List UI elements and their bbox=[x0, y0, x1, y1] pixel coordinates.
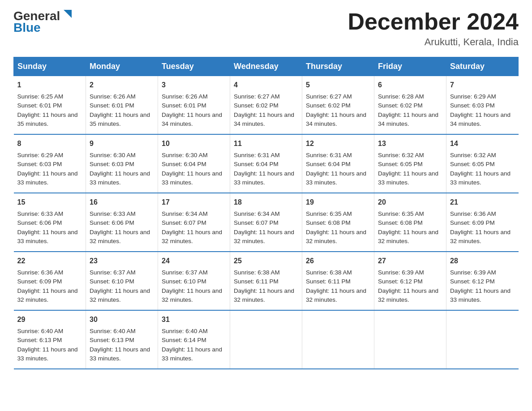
sunrise-text: Sunrise: 6:35 AM bbox=[306, 210, 352, 217]
sunset-text: Sunset: 6:01 PM bbox=[90, 102, 134, 109]
sunrise-text: Sunrise: 6:26 AM bbox=[162, 93, 208, 100]
sunrise-text: Sunrise: 6:39 AM bbox=[450, 269, 496, 276]
calendar-cell: 12Sunrise: 6:31 AMSunset: 6:04 PMDayligh… bbox=[302, 134, 374, 193]
day-number: 25 bbox=[234, 256, 298, 266]
calendar-cell: 29Sunrise: 6:40 AMSunset: 6:13 PMDayligh… bbox=[14, 310, 86, 369]
calendar-cell: 19Sunrise: 6:35 AMSunset: 6:08 PMDayligh… bbox=[302, 193, 374, 252]
sunset-text: Sunset: 6:03 PM bbox=[90, 161, 134, 167]
daylight-text: Daylight: 11 hours and 32 minutes. bbox=[234, 287, 294, 303]
daylight-text: Daylight: 11 hours and 33 minutes. bbox=[450, 170, 511, 186]
col-wednesday: Wednesday bbox=[230, 57, 302, 76]
calendar-cell: 6Sunrise: 6:28 AMSunset: 6:02 PMDaylight… bbox=[374, 76, 446, 135]
calendar-cell: 10Sunrise: 6:30 AMSunset: 6:04 PMDayligh… bbox=[158, 134, 230, 193]
subtitle: Arukutti, Kerala, India bbox=[348, 36, 519, 48]
daylight-text: Daylight: 11 hours and 32 minutes. bbox=[90, 229, 150, 244]
sunset-text: Sunset: 6:14 PM bbox=[162, 337, 206, 343]
day-number: 20 bbox=[378, 197, 442, 208]
sunset-text: Sunset: 6:10 PM bbox=[162, 278, 206, 285]
sunset-text: Sunset: 6:02 PM bbox=[306, 102, 351, 109]
sunset-text: Sunset: 6:01 PM bbox=[162, 102, 206, 109]
sunset-text: Sunset: 6:12 PM bbox=[378, 278, 423, 285]
sunrise-text: Sunrise: 6:35 AM bbox=[378, 210, 424, 217]
daylight-text: Daylight: 11 hours and 35 minutes. bbox=[17, 111, 78, 127]
day-number: 7 bbox=[450, 80, 515, 90]
calendar-cell bbox=[374, 310, 446, 369]
sunset-text: Sunset: 6:05 PM bbox=[450, 161, 495, 167]
sunrise-text: Sunrise: 6:40 AM bbox=[17, 328, 64, 334]
page-header: General Blue December 2024 Arukutti, Ker… bbox=[13, 9, 519, 48]
day-number: 9 bbox=[90, 138, 154, 149]
sunset-text: Sunset: 6:06 PM bbox=[90, 219, 134, 226]
calendar-cell: 5Sunrise: 6:27 AMSunset: 6:02 PMDaylight… bbox=[302, 76, 374, 135]
sunrise-text: Sunrise: 6:40 AM bbox=[162, 328, 208, 334]
daylight-text: Daylight: 11 hours and 32 minutes. bbox=[162, 229, 222, 244]
sunrise-text: Sunrise: 6:30 AM bbox=[90, 152, 136, 158]
col-tuesday: Tuesday bbox=[158, 57, 230, 76]
day-number: 15 bbox=[17, 197, 82, 208]
daylight-text: Daylight: 11 hours and 32 minutes. bbox=[17, 287, 78, 303]
col-saturday: Saturday bbox=[446, 57, 519, 76]
day-number: 1 bbox=[17, 80, 82, 90]
sunrise-text: Sunrise: 6:32 AM bbox=[450, 152, 496, 158]
sunset-text: Sunset: 6:07 PM bbox=[162, 219, 206, 226]
daylight-text: Daylight: 11 hours and 35 minutes. bbox=[90, 111, 150, 127]
daylight-text: Daylight: 11 hours and 33 minutes. bbox=[234, 170, 294, 186]
day-number: 8 bbox=[17, 138, 82, 149]
sunset-text: Sunset: 6:01 PM bbox=[17, 102, 62, 109]
sunset-text: Sunset: 6:04 PM bbox=[306, 161, 351, 167]
calendar-week-row: 15Sunrise: 6:33 AMSunset: 6:06 PMDayligh… bbox=[14, 193, 519, 252]
sunset-text: Sunset: 6:06 PM bbox=[17, 219, 62, 226]
col-thursday: Thursday bbox=[302, 57, 374, 76]
sunrise-text: Sunrise: 6:27 AM bbox=[234, 93, 280, 100]
daylight-text: Daylight: 11 hours and 33 minutes. bbox=[90, 346, 150, 362]
sunrise-text: Sunrise: 6:32 AM bbox=[378, 152, 424, 158]
daylight-text: Daylight: 11 hours and 32 minutes. bbox=[90, 287, 150, 303]
calendar-cell: 1Sunrise: 6:25 AMSunset: 6:01 PMDaylight… bbox=[14, 76, 86, 135]
sunset-text: Sunset: 6:04 PM bbox=[162, 161, 206, 167]
calendar-cell: 26Sunrise: 6:38 AMSunset: 6:11 PMDayligh… bbox=[302, 252, 374, 310]
day-number: 12 bbox=[306, 138, 370, 149]
sunrise-text: Sunrise: 6:31 AM bbox=[306, 152, 352, 158]
sunrise-text: Sunrise: 6:36 AM bbox=[17, 269, 64, 276]
calendar-cell: 22Sunrise: 6:36 AMSunset: 6:09 PMDayligh… bbox=[14, 252, 86, 310]
daylight-text: Daylight: 11 hours and 32 minutes. bbox=[234, 229, 294, 244]
daylight-text: Daylight: 11 hours and 32 minutes. bbox=[378, 287, 438, 303]
day-number: 17 bbox=[162, 197, 226, 208]
calendar-cell: 31Sunrise: 6:40 AMSunset: 6:14 PMDayligh… bbox=[158, 310, 230, 369]
day-number: 23 bbox=[90, 256, 154, 266]
sunset-text: Sunset: 6:08 PM bbox=[306, 219, 351, 226]
logo-blue: Blue bbox=[13, 21, 41, 35]
header-row: Sunday Monday Tuesday Wednesday Thursday… bbox=[14, 57, 519, 76]
sunrise-text: Sunrise: 6:28 AM bbox=[378, 93, 424, 100]
day-number: 21 bbox=[450, 197, 515, 208]
daylight-text: Daylight: 11 hours and 34 minutes. bbox=[234, 111, 294, 127]
calendar-cell bbox=[302, 310, 374, 369]
calendar-week-row: 1Sunrise: 6:25 AMSunset: 6:01 PMDaylight… bbox=[14, 76, 519, 135]
sunset-text: Sunset: 6:12 PM bbox=[450, 278, 495, 285]
day-number: 16 bbox=[90, 197, 154, 208]
daylight-text: Daylight: 11 hours and 33 minutes. bbox=[162, 346, 222, 362]
main-title: December 2024 bbox=[348, 9, 519, 34]
sunset-text: Sunset: 6:04 PM bbox=[234, 161, 279, 167]
calendar-cell: 24Sunrise: 6:37 AMSunset: 6:10 PMDayligh… bbox=[158, 252, 230, 310]
col-monday: Monday bbox=[86, 57, 158, 76]
day-number: 11 bbox=[234, 138, 298, 149]
col-sunday: Sunday bbox=[14, 57, 86, 76]
daylight-text: Daylight: 11 hours and 33 minutes. bbox=[17, 346, 78, 362]
daylight-text: Daylight: 11 hours and 33 minutes. bbox=[90, 170, 150, 186]
calendar-cell: 7Sunrise: 6:29 AMSunset: 6:03 PMDaylight… bbox=[446, 76, 519, 135]
calendar-cell: 3Sunrise: 6:26 AMSunset: 6:01 PMDaylight… bbox=[158, 76, 230, 135]
day-number: 19 bbox=[306, 197, 370, 208]
day-number: 6 bbox=[378, 80, 442, 90]
calendar-cell: 8Sunrise: 6:29 AMSunset: 6:03 PMDaylight… bbox=[14, 134, 86, 193]
svg-marker-0 bbox=[64, 10, 72, 18]
sunrise-text: Sunrise: 6:33 AM bbox=[90, 210, 136, 217]
day-number: 28 bbox=[450, 256, 515, 266]
calendar-cell: 28Sunrise: 6:39 AMSunset: 6:12 PMDayligh… bbox=[446, 252, 519, 310]
day-number: 5 bbox=[306, 80, 370, 90]
sunrise-text: Sunrise: 6:37 AM bbox=[162, 269, 208, 276]
calendar-cell bbox=[446, 310, 519, 369]
calendar-cell: 14Sunrise: 6:32 AMSunset: 6:05 PMDayligh… bbox=[446, 134, 519, 193]
sunrise-text: Sunrise: 6:33 AM bbox=[17, 210, 64, 217]
calendar-cell: 21Sunrise: 6:36 AMSunset: 6:09 PMDayligh… bbox=[446, 193, 519, 252]
